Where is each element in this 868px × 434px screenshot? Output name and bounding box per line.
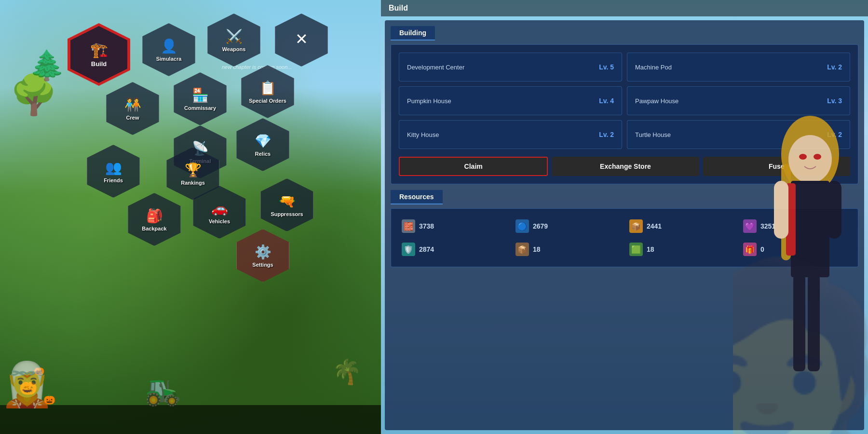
building-card-kitty-house[interactable]: Kitty House Lv. 2 — [399, 120, 622, 149]
resource-value-3: 3251 — [760, 222, 775, 230]
menu-item-settings[interactable]: ⚙️ Settings — [236, 229, 289, 282]
backpack-label: Backpack — [142, 226, 166, 231]
build-label: Build — [91, 60, 107, 68]
pumpkin-house-name: Pumpkin House — [407, 97, 451, 105]
menu-item-friends[interactable]: 👥 Friends — [87, 145, 140, 198]
friends-icon: 👥 — [105, 160, 122, 176]
building-header: Building — [391, 26, 858, 41]
claim-button[interactable]: Claim — [399, 157, 548, 176]
build-icon: 🏗️ — [90, 41, 108, 58]
commissary-label: Commissary — [184, 105, 216, 111]
building-title: Building — [391, 26, 435, 41]
resource-icon-2: 📦 — [629, 219, 643, 233]
fuse-button[interactable]: Fuse — [703, 157, 850, 176]
vehicle-decor: 🚜 — [145, 373, 181, 407]
relics-label: Relics — [255, 151, 271, 157]
menu-item-simulacra[interactable]: 👤 Simulacra — [142, 23, 195, 76]
resource-item-1: 🔵 2679 — [513, 217, 623, 236]
building-section: Building Development Center Lv. 5 Machin… — [391, 26, 858, 184]
menu-item-backpack[interactable]: 🎒 Backpack — [128, 193, 181, 246]
resource-value-5: 18 — [533, 245, 541, 253]
turtle-house-level: Lv. 2 — [827, 131, 842, 138]
pumpkin-house-level: Lv. 4 — [599, 97, 614, 105]
resources-section: Resources 🧱 3738 🔵 2679 📦 2441 — [391, 190, 858, 267]
menu-item-suppressors[interactable]: 🔫 Suppressors — [260, 178, 313, 231]
resource-icon-6: 🟩 — [629, 243, 643, 256]
menu-item-build[interactable]: 🏗️ Build — [68, 23, 130, 86]
kitty-house-name: Kitty House — [407, 131, 439, 138]
simulacra-icon: 👤 — [161, 38, 177, 54]
menu-item-special-orders[interactable]: 📋 Special Orders — [241, 65, 294, 118]
crew-icon: 🧑‍🤝‍🧑 — [124, 97, 141, 113]
building-content: Development Center Lv. 5 Machine Pod Lv.… — [391, 44, 858, 184]
action-buttons: Claim Exchange Store Fuse — [399, 157, 850, 176]
panel-content: Building Development Center Lv. 5 Machin… — [385, 20, 864, 430]
machine-pod-name: Machine Pod — [635, 64, 672, 71]
building-card-dev-center[interactable]: Development Center Lv. 5 — [399, 53, 622, 81]
building-card-turtle-house[interactable]: Turtle House Lv. 2 — [627, 120, 850, 149]
resource-icon-1: 🔵 — [515, 219, 529, 233]
resource-icon-3: 💜 — [743, 219, 757, 233]
vehicles-label: Vehicles — [209, 218, 230, 224]
resource-icon-5: 📦 — [515, 243, 529, 256]
resource-value-7: 0 — [760, 245, 764, 253]
panel-title: Build — [381, 0, 868, 16]
pawpaw-house-name: Pawpaw House — [635, 97, 678, 105]
suppressors-icon: 🔫 — [279, 193, 296, 209]
exchange-store-button[interactable]: Exchange Store — [552, 157, 699, 176]
close-icon: ✕ — [295, 30, 308, 48]
weapons-icon: ⚔️ — [226, 28, 243, 44]
resource-icon-4: 🛡️ — [402, 243, 415, 256]
character-left: 🧝 — [0, 359, 54, 410]
bottom-scenery — [0, 405, 381, 434]
menu-item-commissary[interactable]: 🏪 Commissary — [174, 72, 227, 125]
resource-value-0: 3738 — [419, 222, 434, 230]
rankings-label: Rankings — [181, 180, 205, 186]
resource-item-6: 🟩 18 — [626, 240, 736, 259]
backpack-icon: 🎒 — [146, 208, 163, 224]
resource-value-4: 2874 — [419, 245, 434, 253]
resource-item-2: 📦 2441 — [626, 217, 736, 236]
resource-value-2: 2441 — [647, 222, 662, 230]
crew-label: Crew — [126, 115, 139, 121]
machine-pod-level: Lv. 2 — [827, 63, 842, 71]
building-grid: Development Center Lv. 5 Machine Pod Lv.… — [399, 53, 850, 149]
menu-item-relics[interactable]: 💎 Relics — [236, 118, 289, 171]
resource-item-4: 🛡️ 2874 — [399, 240, 509, 259]
resource-icon-7: 🎁 — [743, 243, 757, 256]
special-orders-label: Special Orders — [249, 98, 286, 104]
menu-item-close[interactable]: ✕ — [275, 14, 328, 67]
suppressors-label: Suppressors — [271, 211, 303, 217]
tree-decor-2: 🌲 — [29, 48, 65, 82]
resource-item-7: 🎁 0 — [740, 240, 850, 259]
settings-icon: ⚙️ — [255, 244, 271, 260]
special-orders-icon: 📋 — [259, 80, 276, 96]
resources-grid: 🧱 3738 🔵 2679 📦 2441 💜 3251 — [399, 217, 850, 259]
building-card-pawpaw-house[interactable]: Pawpaw House Lv. 3 — [627, 86, 850, 115]
building-card-pumpkin-house[interactable]: Pumpkin House Lv. 4 — [399, 86, 622, 115]
commissary-icon: 🏪 — [192, 87, 209, 103]
resources-header: Resources — [391, 190, 858, 204]
resource-item-3: 💜 3251 — [740, 217, 850, 236]
simulacra-label: Simulacra — [156, 56, 182, 62]
resource-value-1: 2679 — [533, 222, 548, 230]
resource-value-6: 18 — [647, 245, 654, 253]
resources-title: Resources — [391, 190, 443, 204]
resource-icon-0: 🧱 — [402, 219, 415, 233]
menu-item-weapons[interactable]: ⚔️ Weapons — [207, 14, 260, 67]
resource-item-0: 🧱 3738 — [399, 217, 509, 236]
resource-item-5: 📦 18 — [513, 240, 623, 259]
friends-label: Friends — [104, 177, 123, 183]
pawpaw-house-level: Lv. 3 — [827, 97, 842, 105]
dev-center-level: Lv. 5 — [599, 63, 614, 71]
right-panel: Build Building Development Center Lv. 5 … — [381, 0, 868, 434]
vehicles-icon: 🚗 — [211, 201, 228, 217]
tree-decor-3: 🌴 — [332, 358, 362, 386]
resources-content: 🧱 3738 🔵 2679 📦 2441 💜 3251 — [391, 208, 858, 267]
menu-item-crew[interactable]: 🧑‍🤝‍🧑 Crew — [106, 82, 159, 135]
building-card-machine-pod[interactable]: Machine Pod Lv. 2 — [627, 53, 850, 81]
kitty-house-level: Lv. 2 — [599, 131, 614, 138]
settings-label: Settings — [252, 262, 273, 268]
weapons-label: Weapons — [222, 46, 246, 52]
rankings-icon: 🏆 — [185, 162, 202, 178]
